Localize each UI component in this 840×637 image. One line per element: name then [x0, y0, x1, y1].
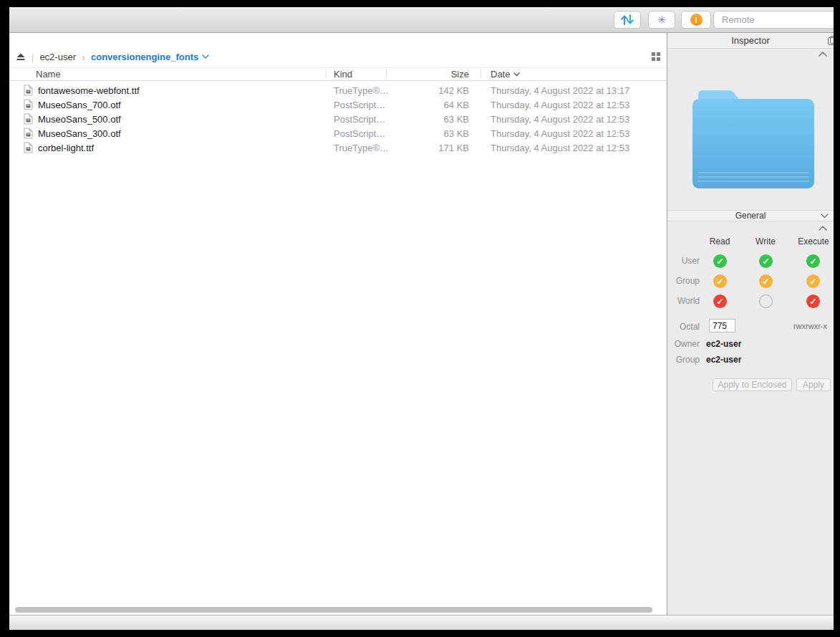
owner-label: Owner: [667, 339, 700, 349]
grid-view-icon[interactable]: [652, 52, 660, 61]
octal-label: Octal: [667, 322, 700, 332]
apply-to-enclosed-button[interactable]: Apply to Enclosed: [713, 378, 792, 391]
group-label: Group: [667, 355, 700, 365]
file-name-cell: MuseoSans_700.otf: [9, 99, 326, 110]
section-selector-general[interactable]: General: [667, 210, 834, 221]
file-name-cell: fontawesome-webfont.ttf: [9, 85, 326, 96]
collapse-chevron-up-icon[interactable]: [819, 52, 827, 57]
file-name: fontawesome-webfont.ttf: [38, 85, 140, 96]
read-header: Read: [710, 236, 730, 246]
collapse-chevron-up-icon[interactable]: [819, 226, 827, 231]
permission-toggle-execute[interactable]: [806, 294, 820, 308]
file-kind: TrueType®…: [326, 85, 386, 96]
file-name: MuseoSans_500.otf: [38, 114, 121, 125]
horizontal-scrollbar[interactable]: [15, 607, 652, 613]
file-name: MuseoSans_300.otf: [38, 128, 121, 139]
breadcrumb-parent[interactable]: ec2-user: [39, 52, 76, 62]
file-list: fontawesome-webfont.ttf TrueType®… 142 K…: [9, 81, 667, 155]
font-file-icon: [24, 142, 33, 153]
font-file-icon: [24, 99, 33, 110]
file-date: Thursday, 4 August 2022 at 12:53: [469, 128, 667, 139]
search-input[interactable]: [722, 14, 834, 25]
permission-toggle-write[interactable]: [759, 294, 773, 308]
transfers-button[interactable]: [614, 11, 641, 29]
info-icon: i: [690, 14, 703, 26]
permissions-grid: User Group World: [667, 254, 834, 308]
file-size: 63 KB: [386, 128, 469, 139]
write-header: Write: [755, 236, 776, 246]
status-bar: [9, 615, 834, 630]
file-kind: PostScript…: [326, 100, 386, 110]
path-bar: | ec2-user › conversionengine_fonts: [9, 33, 667, 68]
column-header-kind[interactable]: Kind: [334, 69, 352, 80]
file-kind: PostScript…: [326, 128, 386, 139]
column-divider[interactable]: [326, 70, 327, 79]
inspector-title: Inspector: [731, 35, 769, 46]
chevron-down-icon: [202, 54, 209, 59]
file-date: Thursday, 4 August 2022 at 12:53: [469, 114, 667, 125]
permission-row-label: User: [667, 254, 700, 268]
group-value: ec2-user: [706, 355, 741, 365]
inspector-button[interactable]: i: [681, 11, 711, 29]
execute-header: Execute: [798, 236, 829, 246]
permission-toggle-read[interactable]: [713, 294, 727, 308]
up-down-arrows-icon: [619, 14, 635, 26]
permission-row: User: [667, 254, 834, 268]
breadcrumb-current[interactable]: conversionengine_fonts: [91, 52, 209, 62]
permission-toggle-execute[interactable]: [806, 254, 820, 268]
column-divider[interactable]: [481, 70, 481, 79]
file-name: corbel-light.ttf: [38, 143, 94, 153]
file-name: MuseoSans_700.otf: [38, 100, 121, 110]
octal-input[interactable]: [709, 319, 735, 332]
activity-button[interactable]: ✳: [648, 11, 675, 29]
column-header-date[interactable]: Date: [491, 69, 520, 80]
apply-button[interactable]: Apply: [796, 378, 831, 391]
permission-toggle-write[interactable]: [759, 254, 773, 268]
path-divider: |: [32, 52, 34, 62]
toolbar: ✳ i: [9, 7, 834, 33]
column-header-name[interactable]: Name: [36, 69, 61, 80]
app-window: ✳ i | ec2-user: [9, 7, 834, 630]
detach-panel-icon[interactable]: [828, 36, 834, 44]
permission-toggle-execute[interactable]: [806, 274, 820, 288]
permission-toggle-read[interactable]: [713, 274, 727, 288]
breadcrumb-separator-icon: ›: [82, 52, 85, 62]
permission-row: World: [667, 294, 834, 308]
file-size: 64 KB: [386, 100, 469, 110]
inspector-panel: Inspector: [667, 33, 834, 615]
file-browser-pane: | ec2-user › conversionengine_fonts: [9, 33, 667, 615]
file-size: 63 KB: [386, 114, 469, 125]
search-field[interactable]: [713, 11, 834, 29]
file-date: Thursday, 4 August 2022 at 12:53: [469, 143, 667, 153]
file-name-cell: corbel-light.ttf: [9, 142, 326, 153]
permission-row-label: Group: [667, 274, 700, 288]
font-file-icon: [24, 113, 33, 125]
permission-row-label: World: [667, 294, 700, 308]
file-kind: PostScript…: [326, 114, 386, 125]
pinwheel-icon: ✳: [657, 14, 667, 25]
file-date: Thursday, 4 August 2022 at 12:53: [469, 100, 667, 110]
sort-chevron-down-icon: [513, 72, 520, 77]
table-row[interactable]: MuseoSans_500.otf PostScript… 63 KB Thur…: [9, 112, 667, 126]
table-row[interactable]: MuseoSans_300.otf PostScript… 63 KB Thur…: [9, 126, 667, 140]
column-header-size[interactable]: Size: [386, 69, 469, 80]
file-size: 142 KB: [386, 85, 469, 96]
list-header: Name Kind Size Date: [9, 68, 667, 81]
owner-value: ec2-user: [706, 339, 741, 349]
file-date: Thursday, 4 August 2022 at 13:17: [469, 85, 667, 96]
inspector-header: Inspector: [667, 33, 834, 49]
file-kind: TrueType®…: [326, 143, 386, 153]
eject-icon[interactable]: [16, 52, 26, 61]
table-row[interactable]: fontawesome-webfont.ttf TrueType®… 142 K…: [9, 83, 667, 97]
table-row[interactable]: corbel-light.ttf TrueType®… 171 KB Thurs…: [9, 140, 667, 155]
file-name-cell: MuseoSans_500.otf: [9, 113, 326, 125]
table-row[interactable]: MuseoSans_700.otf PostScript… 64 KB Thur…: [9, 97, 667, 112]
folder-preview: [692, 86, 814, 188]
permission-toggle-write[interactable]: [759, 274, 773, 288]
file-name-cell: MuseoSans_300.otf: [9, 128, 326, 139]
permission-row: Group: [667, 274, 834, 288]
font-file-icon: [24, 128, 33, 139]
permission-toggle-read[interactable]: [713, 254, 727, 268]
breadcrumb-current-label: conversionengine_fonts: [91, 52, 198, 62]
file-size: 171 KB: [386, 143, 469, 153]
